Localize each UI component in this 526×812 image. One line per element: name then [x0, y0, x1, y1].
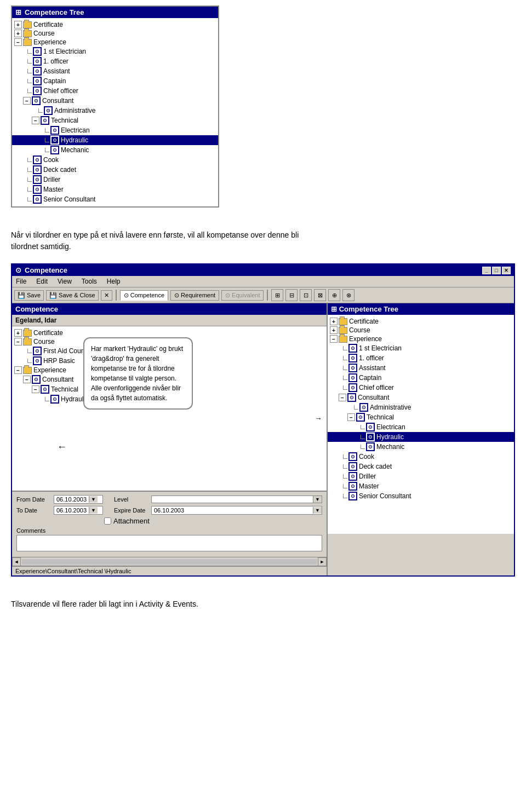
ltree-node-cert[interactable]: + Certificate	[12, 329, 327, 337]
rtree-node-sencons[interactable]: ⊙ Senior Consultant	[328, 491, 514, 501]
tree-node-deck[interactable]: ⊙ Deck cadet	[12, 165, 218, 175]
scroll-left-button[interactable]: ◄	[12, 557, 21, 566]
rtree-node-cert[interactable]: + Certificate	[328, 317, 514, 326]
attachment-checkbox[interactable]	[104, 517, 111, 525]
rtree-node-admin[interactable]: ⊙ Administrative	[328, 402, 514, 412]
rtree-node-mech[interactable]: ⊙ Mechanic	[328, 442, 514, 452]
ltree-expander-exp[interactable]: −	[14, 366, 22, 374]
ltree-expander-cert[interactable]: +	[14, 329, 22, 337]
main-content: Competence Egeland, Idar + Certificate	[12, 303, 514, 575]
tree-node-cook[interactable]: ⊙ Cook	[12, 155, 218, 165]
menu-edit[interactable]: Edit	[35, 277, 49, 286]
rtree-label-sencons: Senior Consultant	[359, 492, 411, 500]
rtree-expander-tech[interactable]: −	[347, 413, 355, 421]
ltree-label-exp: Experience	[33, 366, 66, 374]
close-button[interactable]: ✕	[502, 267, 511, 274]
expander-cons[interactable]: −	[23, 97, 31, 105]
level-input[interactable]: ▼	[151, 496, 322, 503]
toolbar-icon1[interactable]: ⊞	[271, 289, 283, 301]
delete-button[interactable]: ✕	[101, 290, 112, 301]
ltree-expander-cons[interactable]: −	[23, 376, 31, 383]
expander-exp[interactable]: −	[14, 38, 22, 46]
menu-tools[interactable]: Tools	[80, 277, 99, 286]
from-date-input[interactable]: 06.10.2003 ▼	[54, 495, 103, 504]
rtree-node-drill[interactable]: ⊙ Driller	[328, 471, 514, 481]
scroll-track[interactable]	[22, 559, 317, 565]
menu-file[interactable]: File	[14, 277, 28, 286]
node-label-elec1: 1 st Electrician	[43, 48, 86, 55]
tree-node-cons[interactable]: − ⊙ Consultant	[12, 96, 218, 106]
rtree-node-hydr[interactable]: ⊙ Hydraulic	[328, 432, 514, 442]
rtree-node-master[interactable]: ⊙ Master	[328, 481, 514, 491]
toolbar-icon2[interactable]: ⊟	[285, 289, 298, 301]
rtree-node-cons[interactable]: − ⊙ Consultant	[328, 393, 514, 402]
rtree-node-elec1[interactable]: ⊙ 1 st Electrician	[328, 343, 514, 353]
ltree-expander-course[interactable]: −	[14, 338, 22, 345]
tab-competence[interactable]: ⊙ Competence	[120, 290, 168, 301]
to-date-input[interactable]: 06.10.2003 ▼	[54, 506, 103, 515]
ltree-expander-tech[interactable]: −	[32, 385, 39, 393]
expander-course[interactable]: +	[14, 30, 22, 37]
level-arrow[interactable]: ▼	[313, 496, 322, 503]
tree-node-asst[interactable]: ⊙ Assistant	[12, 66, 218, 76]
menu-help[interactable]: Help	[105, 277, 122, 286]
tree-node-hydr[interactable]: ⊙ Hydraulic	[12, 135, 218, 145]
tree-node-capt[interactable]: ⊙ Captain	[12, 76, 218, 86]
tree-node-chief[interactable]: ⊙ Chief officer	[12, 86, 218, 96]
comments-input[interactable]	[16, 535, 322, 551]
horizontal-scrollbar[interactable]: ◄ ►	[12, 557, 327, 566]
right-panel-header-label: Competence Tree	[339, 305, 398, 313]
tree-node-course[interactable]: + Course	[12, 29, 218, 38]
rtree-node-exp[interactable]: − Experience	[328, 335, 514, 343]
save-close-button[interactable]: 💾 Save & Close	[46, 290, 99, 301]
tree-node-mech[interactable]: ⊙ Mechanic	[12, 145, 218, 155]
tab-requirement[interactable]: ⊙ Requirement	[170, 290, 219, 301]
expire-date-dropdown-arrow[interactable]: ▼	[313, 507, 322, 514]
rtree-node-off1[interactable]: ⊙ 1. officer	[328, 353, 514, 363]
rtree-node-deck[interactable]: ⊙ Deck cadet	[328, 462, 514, 471]
rtree-node-chief[interactable]: ⊙ Chief officer	[328, 383, 514, 393]
rtree-expander-exp[interactable]: −	[330, 335, 338, 343]
toolbar-icon6[interactable]: ⊗	[342, 289, 355, 301]
tree-node-drill[interactable]: ⊙ Driller	[12, 175, 218, 185]
save-button[interactable]: 💾 Save	[14, 290, 44, 301]
save-close-label: Save & Close	[59, 292, 95, 298]
rtree-comp-elec2: ⊙	[366, 423, 375, 431]
rtree-node-cook[interactable]: ⊙ Cook	[328, 452, 514, 462]
tree-node-elec2[interactable]: ⊙ Electrican	[12, 125, 218, 135]
tree-node-exp[interactable]: − Experience	[12, 38, 218, 47]
maximize-button[interactable]: □	[492, 267, 501, 274]
rtree-expander-cons[interactable]: −	[339, 394, 346, 401]
rtree-node-capt[interactable]: ⊙ Captain	[328, 373, 514, 383]
toolbar-icon5[interactable]: ⊕	[328, 289, 340, 301]
menu-view[interactable]: View	[56, 277, 73, 286]
tree-node-tech[interactable]: − ⊙ Technical	[12, 116, 218, 125]
rtree-node-tech[interactable]: − ⊙ Technical	[328, 412, 514, 422]
tree-node-cert[interactable]: + Certificate	[12, 20, 218, 29]
tab-equivalent[interactable]: ⊙ Equivalent	[221, 290, 264, 301]
tree-node-elec1[interactable]: ⊙ 1 st Electrician	[12, 47, 218, 56]
from-date-arrow[interactable]: ▼	[89, 496, 98, 503]
tree-title-icon: ⊞	[15, 8, 21, 16]
expander-tech[interactable]: −	[32, 117, 39, 124]
expire-date-input[interactable]: 06.10.2003 ▼	[151, 506, 322, 515]
attachment-row: Attachment	[104, 517, 322, 525]
scroll-right-button[interactable]: ►	[318, 557, 327, 566]
rtree-node-elec2[interactable]: ⊙ Electrican	[328, 422, 514, 432]
expander-cert[interactable]: +	[14, 21, 22, 28]
tree-node-sencons[interactable]: ⊙ Senior Consultant	[12, 194, 218, 204]
tree-node-master[interactable]: ⊙ Master	[12, 185, 218, 194]
minimize-button[interactable]: _	[482, 267, 491, 274]
node-label-exp: Experience	[33, 38, 66, 46]
tree-node-off1[interactable]: ⊙ 1. officer	[12, 56, 218, 66]
rtree-expander-course[interactable]: +	[330, 326, 338, 334]
rtree-comp-asst: ⊙	[348, 364, 357, 372]
toolbar-icon3[interactable]: ⊡	[300, 289, 312, 301]
rtree-expander-cert[interactable]: +	[330, 318, 338, 325]
to-date-arrow[interactable]: ▼	[89, 507, 98, 514]
rtree-node-asst[interactable]: ⊙ Assistant	[328, 363, 514, 373]
toolbar-icon4[interactable]: ⊠	[314, 289, 326, 301]
tab-requirement-label: Requirement	[181, 292, 215, 298]
tree-node-admin[interactable]: ⊙ Administrative	[12, 106, 218, 116]
rtree-node-course[interactable]: + Course	[328, 326, 514, 335]
